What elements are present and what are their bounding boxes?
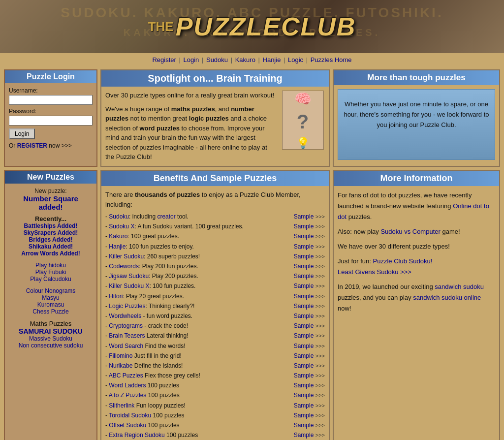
puzzle-item-wordladders: - Word Ladders 100 puzzles Sample >>> <box>105 381 325 390</box>
sample-wordwheels[interactable]: Sample <box>294 313 314 319</box>
masyu-link[interactable]: Masyu <box>9 294 93 301</box>
nav-sudoku[interactable]: Sudoku <box>206 56 228 63</box>
massive-sudoku-link[interactable]: Massive Sudoku <box>9 335 93 342</box>
tough-content: Whether you have just one minute to spar… <box>338 89 495 160</box>
sample-jigsaw[interactable]: Sample <box>294 273 314 280</box>
toroidal-link[interactable]: Toroidal Sudoku <box>109 412 151 419</box>
codewords-link[interactable]: Codewords <box>109 263 139 270</box>
sample-fillomino[interactable]: Sample <box>294 352 314 359</box>
nav-kakuro[interactable]: Kakuro <box>235 56 255 63</box>
nav-login[interactable]: Login <box>184 56 199 63</box>
sample-cryptograms[interactable]: Sample <box>294 322 314 329</box>
play-hidoku-link[interactable]: Play hidoku <box>9 262 93 269</box>
sudokux-link[interactable]: Sudoku X <box>109 223 134 230</box>
online-dot-link[interactable]: Online dot to dot <box>338 202 489 220</box>
sample-kakuro[interactable]: Sample <box>294 233 314 240</box>
site-header: SUDOKU. KAKURO. ABC PUZZLE. FUTOSHIKI. K… <box>0 0 504 53</box>
sample-hitori[interactable]: Sample <box>294 293 314 300</box>
register-link[interactable]: REGISTER <box>17 142 47 149</box>
puzzle-item-sudoku: - Sudoku: including creator tool. Sample… <box>105 212 325 221</box>
sample-slitherlink[interactable]: Sample <box>294 402 314 409</box>
chess-puzzle-link[interactable]: Chess Puzzle <box>9 308 93 315</box>
skyscrapers-link[interactable]: SkySrapers Added! <box>9 229 93 236</box>
sample-killerx[interactable]: Sample <box>294 283 314 289</box>
nav-logic[interactable]: Logic <box>288 56 303 63</box>
sample-offset[interactable]: Sample <box>294 422 314 429</box>
hitori-link[interactable]: Hitori <box>109 293 123 300</box>
recently-section: Recently... Battleships Added! SkySraper… <box>9 215 93 257</box>
username-input[interactable] <box>9 95 93 105</box>
colour-nonograms-link[interactable]: Colour Nonograms <box>9 287 93 294</box>
sandwich-sudoku-link[interactable]: sandwich sudoku <box>435 283 484 290</box>
sample-sudokux[interactable]: Sample <box>294 223 314 230</box>
password-input[interactable] <box>9 116 93 126</box>
new-puzzle-announce: New puzzle: Number Squareadded! <box>9 188 93 211</box>
puzzle-item-slitherlink: - Slitherlink Fun loopy puzzles! Sample … <box>105 401 325 410</box>
sample-brain[interactable]: Sample <box>294 332 314 339</box>
puzzle-club-sudoku-link[interactable]: Puzzle Club Sudoku! <box>373 257 433 265</box>
login-button[interactable] <box>9 128 35 139</box>
puzzle-item-extra: - Extra Region Sudoku 100 puzzles Sample… <box>105 431 325 440</box>
creator-link[interactable]: creator <box>157 213 175 220</box>
puzzle-item-codewords: - Codewords: Play 200 fun puzzles. Sampl… <box>105 262 325 271</box>
sample-toroidal[interactable]: Sample <box>294 412 314 419</box>
sample-extra[interactable]: Sample <box>294 432 314 439</box>
shikaku-link[interactable]: Shikaku Added! <box>9 243 93 250</box>
spotlight-panel: Spotlight on... Brain Training Over 30 p… <box>100 69 330 167</box>
offset-link[interactable]: Offset Sudoku <box>109 422 146 429</box>
kuromasu-link[interactable]: Kuromasu <box>9 301 93 308</box>
wordladders-link[interactable]: Word Ladders <box>109 382 146 389</box>
abc-link[interactable]: ABC Puzzles <box>109 372 143 379</box>
least-givens-link[interactable]: Least Givens Sudoku >>> <box>338 268 411 276</box>
wordsearch-link[interactable]: Word Search <box>109 343 143 349</box>
arrow-words-link[interactable]: Arrow Words Added! <box>9 250 93 257</box>
lightbulb-icon: 💡 <box>296 137 310 150</box>
row-1: Puzzle Login Username: Password: Or REGI… <box>4 69 500 167</box>
samurai-sudoku-link[interactable]: SAMURAI SUDOKU <box>9 327 93 335</box>
puzzle-item-logic: - Logic Puzzles: Thinking clearly?! Samp… <box>105 302 325 311</box>
extra-link[interactable]: Extra Region Sudoku <box>109 432 164 439</box>
tough-title: More than tough puzzles <box>334 70 499 85</box>
login-panel: Puzzle Login Username: Password: Or REGI… <box>4 69 97 167</box>
logic-link[interactable]: Logic Puzzles <box>109 303 145 310</box>
sample-hanjie[interactable]: Sample <box>294 243 314 250</box>
puzzle-item-fillomino: - Fillomino Just fill in the grid! Sampl… <box>105 351 325 361</box>
sample-abc[interactable]: Sample <box>294 372 314 379</box>
nurikabe-link[interactable]: Nurikabe <box>109 362 132 369</box>
sample-nurikabe[interactable]: Sample <box>294 362 314 369</box>
non-consecutive-link[interactable]: Non consecutive sudoku <box>9 342 93 349</box>
jigsaw-link[interactable]: Jigsaw Sudoku <box>109 273 149 280</box>
sample-wordladders[interactable]: Sample <box>294 382 314 389</box>
row-2: New Puzzles New puzzle: Number Squareadd… <box>4 170 500 440</box>
play-fubuki-link[interactable]: Play Fubuki <box>9 269 93 276</box>
battleships-link[interactable]: Battleships Added! <box>9 222 93 229</box>
sudoku-vs-computer-link[interactable]: Sudoku vs Computer <box>380 228 440 235</box>
play-calcudoku-link[interactable]: Play Calcudoku <box>9 276 93 283</box>
sample-wordsearch[interactable]: Sample <box>294 343 314 349</box>
brain-link[interactable]: Brain Teasers <box>109 332 145 339</box>
sample-killer[interactable]: Sample <box>294 253 314 260</box>
sample-sudoku[interactable]: Sample <box>294 213 314 220</box>
number-square-link[interactable]: Number Squareadded! <box>9 194 93 211</box>
more-info-text: For fans of dot to dot puzzles, we have … <box>338 190 495 314</box>
sudoku-link[interactable]: Sudoku <box>109 213 129 220</box>
bridges-link[interactable]: Bridges Added! <box>9 236 93 243</box>
cryptograms-link[interactable]: Cryptograms <box>109 322 143 329</box>
killerx-link[interactable]: Killer Sudoku X <box>109 283 149 289</box>
sample-atoz[interactable]: Sample <box>294 392 314 399</box>
killer-link[interactable]: Killer Sudoku <box>109 253 144 260</box>
sandwich-sudoku-online-link[interactable]: sandwich sudoku online <box>413 294 481 301</box>
sample-codewords[interactable]: Sample <box>294 263 314 270</box>
kakuro-link[interactable]: Kakuro <box>109 233 127 240</box>
atoz-link[interactable]: A to Z Puzzles <box>109 392 147 399</box>
nav-puzzles-home[interactable]: Puzzles Home <box>311 56 352 63</box>
hanjie-link[interactable]: Hanjie <box>109 243 126 250</box>
header-bg-text: SUDOKU. KAKURO. ABC PUZZLE. FUTOSHIKI. <box>0 5 504 21</box>
sample-logic[interactable]: Sample <box>294 303 314 310</box>
new-puzzles-title: New Puzzles <box>5 171 96 184</box>
wordwheels-link[interactable]: Wordwheels <box>109 313 141 319</box>
fillomino-link[interactable]: Fillomino <box>109 352 132 359</box>
nav-hanjie[interactable]: Hanjie <box>263 56 281 63</box>
slitherlink-link[interactable]: Slitherlink <box>109 402 134 409</box>
nav-register[interactable]: Register <box>152 56 176 63</box>
